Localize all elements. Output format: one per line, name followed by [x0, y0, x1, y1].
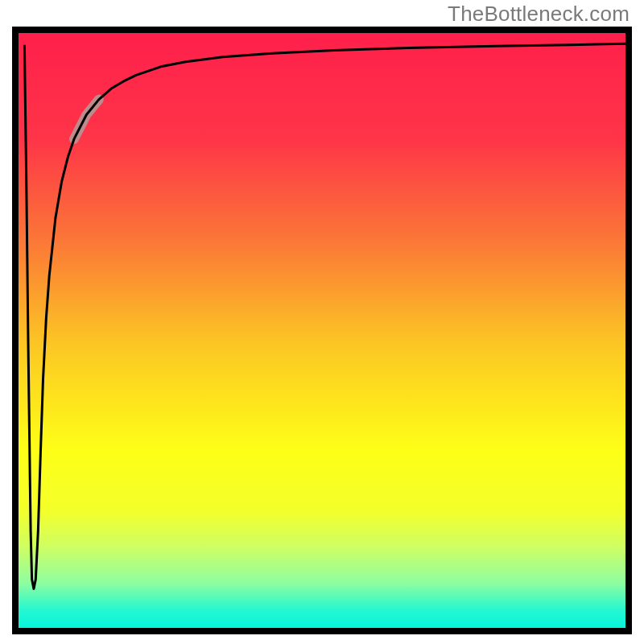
chart-stage: TheBottleneck.com — [0, 0, 644, 644]
plot-background-gradient — [15, 30, 629, 631]
bottleneck-chart — [0, 0, 644, 644]
